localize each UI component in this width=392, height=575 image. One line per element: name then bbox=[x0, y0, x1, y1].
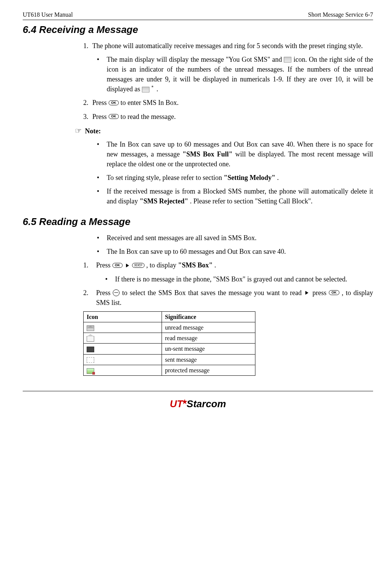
text-segment: The main display will display the messag… bbox=[107, 56, 284, 63]
intro-bullet-1: • Received and sent messages are all sav… bbox=[97, 233, 373, 243]
cell-significance: read message bbox=[162, 333, 255, 344]
header-right: Short Message Service 6-7 bbox=[308, 11, 373, 18]
ok-key-icon: OK bbox=[112, 263, 123, 268]
cell-significance: sent message bbox=[162, 354, 255, 365]
pointing-hand-icon: ☞ bbox=[75, 127, 82, 135]
step-text: Press OK 3DEF , to display "SMS Box" . bbox=[96, 260, 373, 270]
cell-icon bbox=[84, 365, 162, 375]
table-row: unread message bbox=[84, 322, 255, 333]
bullet-text: The In Box can save up to 60 messages an… bbox=[107, 247, 373, 256]
table-row: sent message bbox=[84, 354, 255, 365]
protected-message-icon bbox=[87, 368, 94, 374]
ok-key-icon: OK bbox=[329, 290, 339, 295]
text-segment: , to display bbox=[146, 261, 178, 269]
text-segment: press bbox=[313, 289, 329, 297]
step-text: Press OK to read the message. bbox=[92, 112, 373, 122]
step-number: 2. bbox=[83, 288, 96, 308]
table-row: read message bbox=[84, 333, 255, 344]
bold-text: "SMS Box" bbox=[178, 261, 213, 269]
section-6-4-title: 6.4 Receiving a Message bbox=[23, 24, 373, 36]
bullet-text: Received and sent messages are all saved… bbox=[107, 233, 373, 243]
sent-message-icon bbox=[87, 357, 94, 363]
footer-rule bbox=[23, 391, 373, 391]
read-message-icon bbox=[87, 336, 94, 342]
step-number: 1. bbox=[83, 260, 96, 270]
header-rule bbox=[23, 20, 373, 20]
cell-icon bbox=[84, 333, 162, 344]
text-segment: . Please refer to section "Setting Call … bbox=[190, 197, 313, 205]
icon-table-wrap: Icon Significance unread message read me… bbox=[83, 311, 373, 376]
icon-significance-table: Icon Significance unread message read me… bbox=[83, 311, 255, 376]
col-header-icon: Icon bbox=[84, 311, 162, 322]
logo-ut: UT bbox=[170, 398, 183, 409]
note-heading: ☞ Note: bbox=[75, 125, 373, 136]
bold-text: "SMS Box Full" bbox=[182, 150, 232, 158]
header-left: UT618 User Manual bbox=[23, 11, 73, 18]
step-number: 2. bbox=[83, 98, 92, 108]
arrow-right-icon bbox=[305, 291, 308, 295]
bullet-dot: • bbox=[97, 55, 107, 94]
bullet-text: If there is no message in the phone, "SM… bbox=[115, 274, 373, 284]
unread-message-icon bbox=[87, 325, 94, 331]
logo-starcom: Starcom bbox=[187, 398, 226, 409]
step-2: 2. Press OK to enter SMS In Box. bbox=[83, 98, 373, 108]
bullet-text: To set ringing style, please refer to se… bbox=[107, 173, 373, 183]
step-number: 1. bbox=[83, 41, 92, 51]
intro-bullet-2: • The In Box can save up to 60 messages … bbox=[97, 247, 373, 256]
bullet-dot: • bbox=[97, 139, 107, 169]
text-segment: . bbox=[215, 261, 216, 269]
text-segment: To set ringing style, please refer to se… bbox=[107, 174, 224, 181]
bullet-text: The In Box can save up to 60 messages an… bbox=[107, 139, 373, 169]
read-step-1: 1. Press OK 3DEF , to display "SMS Box" … bbox=[83, 260, 373, 270]
sms-envelope-icon bbox=[142, 87, 149, 92]
text-segment: to read the message. bbox=[121, 113, 176, 120]
cell-significance: unread message bbox=[162, 322, 255, 333]
page-header: UT618 User Manual Short Message Service … bbox=[23, 11, 373, 18]
table-row: protected message bbox=[84, 365, 255, 375]
section-6-4-content: 1. The phone will automatically receive … bbox=[83, 41, 373, 206]
step-text: Press to select the SMS Box that saves t… bbox=[96, 288, 373, 308]
bold-text: "Setting Melody" bbox=[224, 174, 275, 181]
unsent-message-icon bbox=[87, 347, 94, 352]
text-segment: to enter SMS In Box. bbox=[121, 99, 179, 106]
arrow-right-icon bbox=[126, 264, 129, 267]
bullet-dot: • bbox=[105, 274, 115, 284]
footer-logo: UT★Starcom bbox=[23, 398, 373, 410]
cell-icon bbox=[84, 322, 162, 333]
ok-key-icon: OK bbox=[109, 114, 119, 119]
read-step-1-sub: • If there is no message in the phone, "… bbox=[105, 274, 373, 284]
table-header-row: Icon Significance bbox=[84, 311, 255, 322]
text-segment: to select the SMS Box that saves the mes… bbox=[122, 289, 304, 297]
note-bullet-1: • The In Box can save up to 60 messages … bbox=[97, 139, 373, 169]
bullet-dot: • bbox=[97, 186, 107, 206]
note-bullet-2: • To set ringing style, please refer to … bbox=[97, 173, 373, 183]
section-6-5-title: 6.5 Reading a Message bbox=[23, 216, 373, 228]
step-1-bullet: • The main display will display the mess… bbox=[97, 55, 373, 94]
cell-icon bbox=[84, 354, 162, 365]
nav-key-icon bbox=[113, 289, 120, 296]
bullet-text: If the received message is from a Blocke… bbox=[107, 186, 373, 206]
step-text: Press OK to enter SMS In Box. bbox=[92, 98, 373, 108]
bullet-text: The main display will display the messag… bbox=[107, 55, 373, 94]
cell-icon bbox=[84, 344, 162, 354]
text-segment: Press bbox=[92, 113, 109, 120]
sms-envelope-star-icon: ＊ bbox=[142, 84, 155, 94]
bullet-dot: • bbox=[97, 247, 107, 256]
ok-key-icon: OK bbox=[109, 100, 119, 105]
page: UT618 User Manual Short Message Service … bbox=[0, 0, 392, 530]
section-6-5-content: • Received and sent messages are all sav… bbox=[83, 233, 373, 376]
text-segment: Press bbox=[96, 261, 112, 269]
text-segment: . bbox=[156, 85, 158, 93]
step-3: 3. Press OK to read the message. bbox=[83, 112, 373, 122]
step-1: 1. The phone will automatically receive … bbox=[83, 41, 373, 51]
text-segment: Press bbox=[92, 99, 109, 106]
note-label: Note: bbox=[85, 127, 101, 135]
text-segment: Press bbox=[96, 289, 113, 297]
star-indicator: ＊ bbox=[150, 84, 155, 90]
bullet-dot: • bbox=[97, 233, 107, 243]
step-number: 3. bbox=[83, 112, 92, 122]
table-row: un-sent message bbox=[84, 344, 255, 354]
note-bullet-3: • If the received message is from a Bloc… bbox=[97, 186, 373, 206]
col-header-significance: Significance bbox=[162, 311, 255, 322]
cell-significance: protected message bbox=[162, 365, 255, 375]
